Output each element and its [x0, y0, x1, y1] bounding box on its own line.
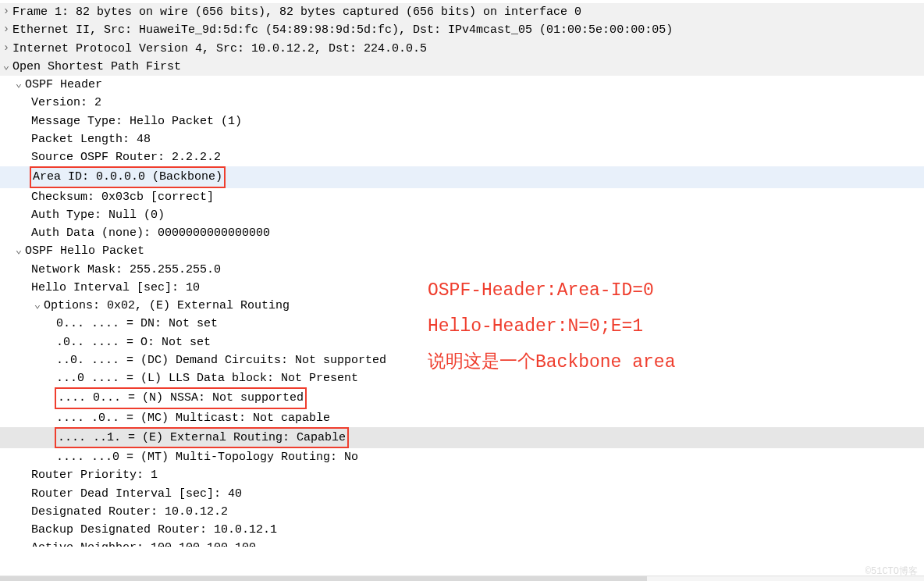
options-text: Options: 0x02, (E) External Routing — [44, 297, 290, 315]
eth-text: Ethernet II, Src: HuaweiTe_9d:5d:fc (54:… — [12, 21, 673, 39]
ospf-header-node[interactable]: ⌄ OSPF Header — [0, 76, 924, 94]
frame-text: Frame 1: 82 bytes on wire (656 bits), 82… — [12, 3, 581, 21]
field-msg-type[interactable]: Message Type: Hello Packet (1) — [0, 112, 924, 130]
field-dr[interactable]: Designated Router: 10.0.12.2 — [0, 503, 924, 521]
highlight-opt-e: .... ..1. = (E) External Routing: Capabl… — [55, 427, 349, 448]
field-area-id[interactable]: Area ID: 0.0.0.0 (Backbone) — [0, 166, 924, 187]
field-checksum[interactable]: Checksum: 0x03cb [correct] — [0, 188, 924, 206]
horizontal-scrollbar[interactable] — [0, 576, 924, 581]
annotation-line-1: OSPF-Header:Area-ID=0 — [428, 275, 654, 307]
field-dead-int[interactable]: Router Dead Interval [sec]: 40 — [0, 485, 924, 503]
opt-n[interactable]: .... 0... = (N) NSSA: Not supported — [0, 387, 924, 408]
field-pkt-len[interactable]: Packet Length: 48 — [0, 130, 924, 148]
annotation-line-2: Hello-Header:N=0;E=1 — [428, 311, 643, 343]
opt-e[interactable]: .... ..1. = (E) External Routing: Capabl… — [0, 427, 924, 448]
field-auth-data[interactable]: Auth Data (none): 0000000000000000 — [0, 224, 924, 242]
opt-mt[interactable]: .... ...0 = (MT) Multi-Topology Routing:… — [0, 448, 924, 466]
chevron-right-icon[interactable]: › — [0, 3, 12, 20]
ospf-header-text: OSPF Header — [25, 76, 102, 94]
chevron-right-icon[interactable]: › — [0, 21, 12, 38]
chevron-down-icon[interactable]: ⌄ — [12, 76, 25, 93]
scrollbar-thumb[interactable] — [0, 576, 647, 581]
ethernet-summary[interactable]: › Ethernet II, Src: HuaweiTe_9d:5d:fc (5… — [0, 21, 924, 39]
ip-summary[interactable]: › Internet Protocol Version 4, Src: 10.0… — [0, 40, 924, 58]
highlight-area-id: Area ID: 0.0.0.0 (Backbone) — [30, 166, 226, 187]
ospf-hello-text: OSPF Hello Packet — [25, 242, 144, 260]
field-version[interactable]: Version: 2 — [0, 94, 924, 112]
highlight-opt-n: .... 0... = (N) NSSA: Not supported — [55, 387, 307, 408]
chevron-right-icon[interactable]: › — [0, 40, 12, 57]
annotation-line-3: 说明这是一个Backbone area — [428, 347, 675, 379]
ospf-summary[interactable]: ⌄ Open Shortest Path First — [0, 58, 924, 76]
chevron-down-icon[interactable]: ⌄ — [12, 242, 25, 259]
field-src-router[interactable]: Source OSPF Router: 2.2.2.2 — [0, 148, 924, 166]
field-neighbor-cutoff[interactable]: Active Neighbor: 100 100 100 100 — [0, 539, 924, 547]
chevron-down-icon[interactable]: ⌄ — [31, 297, 44, 314]
packet-tree: › Frame 1: 82 bytes on wire (656 bits), … — [0, 0, 924, 547]
ospf-text: Open Shortest Path First — [12, 58, 181, 76]
opt-mc[interactable]: .... .0.. = (MC) Multicast: Not capable — [0, 409, 924, 427]
field-bdr[interactable]: Backup Designated Router: 10.0.12.1 — [0, 521, 924, 539]
frame-summary[interactable]: › Frame 1: 82 bytes on wire (656 bits), … — [0, 3, 924, 21]
field-auth-type[interactable]: Auth Type: Null (0) — [0, 206, 924, 224]
ip-text: Internet Protocol Version 4, Src: 10.0.1… — [12, 40, 427, 58]
field-router-pri[interactable]: Router Priority: 1 — [0, 466, 924, 484]
watermark-text: ©51CTO博客 — [865, 565, 918, 579]
ospf-hello-node[interactable]: ⌄ OSPF Hello Packet — [0, 242, 924, 260]
chevron-down-icon[interactable]: ⌄ — [0, 58, 12, 75]
